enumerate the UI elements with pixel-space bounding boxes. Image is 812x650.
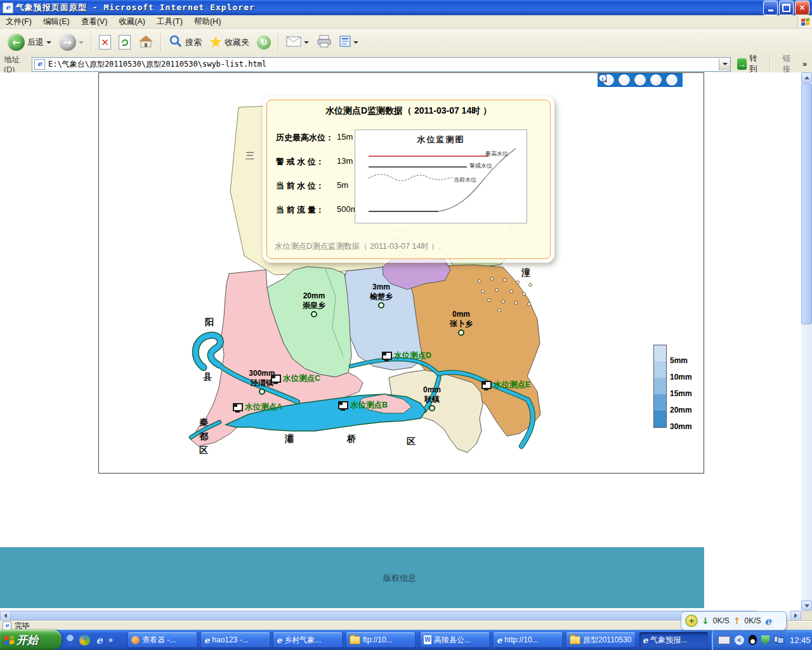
word-doc-icon: W <box>424 635 431 644</box>
address-dropdown-button[interactable] <box>719 58 730 70</box>
address-input[interactable] <box>47 60 719 69</box>
town-name: 耿镇 <box>410 395 454 404</box>
task-label: 查看器 -... <box>142 635 176 646</box>
close-button[interactable]: × <box>795 1 809 15</box>
security-shield-icon[interactable] <box>761 635 769 645</box>
back-button[interactable]: ← 后退 <box>4 32 55 53</box>
task-label: 高陵县公... <box>434 635 471 646</box>
refresh-button[interactable] <box>115 33 134 51</box>
windows-logo-icon <box>797 16 812 27</box>
gauge-icon <box>233 403 243 411</box>
district-label: 阳 <box>205 317 214 328</box>
collapse-tray-icon[interactable]: < <box>735 635 744 645</box>
town-marker[interactable] <box>429 405 435 411</box>
task-weather-prototype[interactable]: e 气象预报... <box>639 632 708 647</box>
mail-button[interactable] <box>282 34 313 51</box>
menu-file[interactable]: 文件(F) <box>0 15 37 29</box>
menu-help[interactable]: 帮助(H) <box>188 15 226 29</box>
edit-button[interactable] <box>336 34 362 51</box>
field-value: 15m <box>337 132 353 142</box>
menu-favorites[interactable]: 收藏(A) <box>113 15 151 29</box>
menu-view[interactable]: 查看(V) <box>75 15 114 29</box>
ftp-folder-icon <box>350 636 360 644</box>
task-folder[interactable]: 原型20110530 <box>566 632 635 647</box>
keyboard-layout-icon[interactable] <box>718 636 730 644</box>
ie-quicklaunch-icon[interactable]: e <box>94 635 105 646</box>
town-marker[interactable] <box>378 302 384 308</box>
quick-launch-more-chevron[interactable]: » <box>108 635 113 644</box>
legend-swatch <box>653 361 667 378</box>
links-label[interactable]: 链接 <box>783 53 796 75</box>
town-marker[interactable] <box>259 388 265 395</box>
viewer-icon <box>131 636 140 644</box>
station-e[interactable]: 水位测点E <box>481 380 530 390</box>
task-label: 乡村气象... <box>284 635 321 646</box>
security-suite-icon[interactable]: + <box>685 614 698 627</box>
gauge-icon <box>338 401 348 409</box>
info-icon[interactable]: i <box>666 74 678 86</box>
pan-hand-icon[interactable] <box>634 74 646 86</box>
station-b[interactable]: 水位测点B <box>338 400 388 411</box>
page-viewport: 20mm 崇皇乡 3mm 榆楚乡 0mm 张卜乡 0mm 耿镇 300mm <box>0 72 801 611</box>
legend-label: 20mm <box>670 406 692 415</box>
task-rural-weather[interactable]: e 乡村气象... <box>273 632 342 647</box>
upload-speed: 0K/S <box>744 616 761 625</box>
task-word-doc[interactable]: W 高陵县公... <box>421 632 489 647</box>
town-gengzhen: 0mm 耿镇 <box>410 385 454 414</box>
ie-icon: e <box>277 635 282 645</box>
zoom-out-icon[interactable] <box>619 74 630 86</box>
station-d[interactable]: 水位测点D <box>382 350 431 361</box>
district-label: 桥 <box>347 434 356 445</box>
start-button[interactable]: 开始 <box>0 630 62 650</box>
station-c[interactable]: 水位测点C <box>271 373 320 384</box>
maximize-button[interactable] <box>779 1 794 15</box>
print-button[interactable] <box>313 33 336 51</box>
forward-button[interactable]: → <box>55 32 88 53</box>
folder-icon <box>570 636 580 644</box>
back-dropdown-icon <box>46 41 51 44</box>
task-ftp[interactable]: ftp://10... <box>346 632 415 647</box>
task-http[interactable]: e http://10... <box>494 632 562 647</box>
ie-widget-icon[interactable]: e <box>765 615 771 627</box>
chart-title: 水位监测图 <box>355 134 527 145</box>
legend-label: 5mm <box>670 356 688 365</box>
browser-globe-icon[interactable] <box>79 635 90 646</box>
mail-icon <box>286 36 301 49</box>
district-label: 潼 <box>521 267 530 279</box>
district-label: 县 <box>203 371 212 383</box>
scroll-right-button[interactable] <box>790 611 801 621</box>
legend-label: 30mm <box>670 422 692 431</box>
town-marker[interactable] <box>458 329 464 336</box>
history-button[interactable]: ↻ <box>253 34 275 51</box>
rainfall-value: 3mm <box>359 282 403 292</box>
station-d-popup: 水位测点D监测数据（ 2011-03-07 14时 ） 历史最高水位：15m 警… <box>263 96 554 263</box>
network-icon[interactable] <box>774 636 784 644</box>
qq-icon[interactable] <box>749 635 757 645</box>
ie-icon: e <box>204 635 209 645</box>
scroll-down-button[interactable] <box>801 600 812 611</box>
speed-monitor-widget[interactable]: + ↓ 0K/S ↑ 0K/S e <box>681 611 787 630</box>
menu-tools[interactable]: 工具(T) <box>151 15 188 29</box>
full-extent-globe-icon[interactable] <box>650 74 662 86</box>
edit-dropdown-icon <box>353 41 358 44</box>
links-more-chevron[interactable]: » <box>802 60 807 69</box>
task-viewer[interactable]: 查看器 -... <box>128 632 197 647</box>
task-hao123[interactable]: e hao123 -... <box>201 632 270 647</box>
address-input-wrap: e <box>32 57 731 72</box>
vertical-scroll-thumb[interactable] <box>801 83 812 324</box>
vertical-scrollbar[interactable] <box>801 72 812 611</box>
home-button[interactable] <box>134 32 157 52</box>
town-marker[interactable] <box>311 311 317 317</box>
home-icon <box>138 34 154 50</box>
menu-edit[interactable]: 编辑(E) <box>37 15 75 29</box>
addressbar-separator <box>769 58 771 70</box>
horizontal-scroll-thumb[interactable] <box>10 611 759 621</box>
search-button[interactable]: 搜索 <box>165 32 206 52</box>
messenger-icon[interactable] <box>65 635 75 646</box>
minimize-button[interactable] <box>763 1 778 15</box>
scroll-left-button[interactable] <box>0 611 11 621</box>
stop-button[interactable]: ✕ <box>95 33 115 51</box>
favorites-button[interactable]: 收藏夹 <box>206 34 253 51</box>
scroll-up-button[interactable] <box>801 72 812 83</box>
station-a[interactable]: 水位测点A <box>233 402 282 413</box>
